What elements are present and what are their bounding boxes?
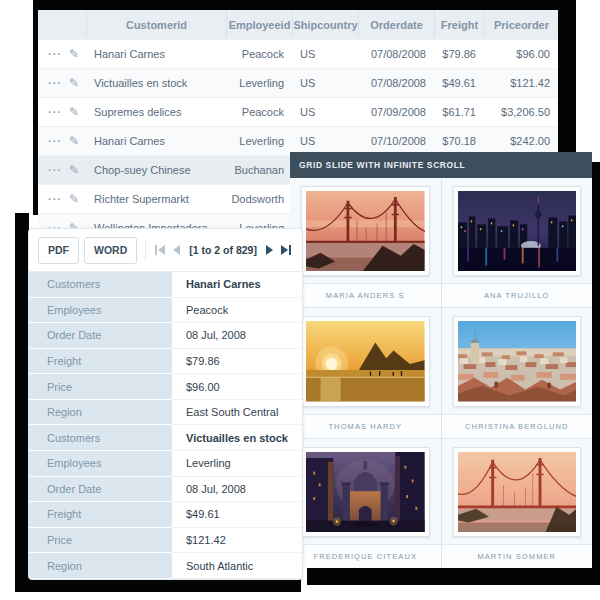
row-menu-icon[interactable]: ··· bbox=[48, 107, 62, 118]
detail-row: Region South Atlantic bbox=[29, 553, 302, 579]
edit-icon[interactable]: ✎ bbox=[69, 48, 79, 60]
field-label: Order Date bbox=[29, 477, 172, 503]
cell-freight: $79.86 bbox=[434, 48, 484, 60]
page-range-label: [1 to 2 of 829] bbox=[189, 244, 257, 256]
cell-price: $242.00 bbox=[484, 135, 558, 147]
cell-freight: $49.61 bbox=[434, 77, 484, 89]
field-value: $121.42 bbox=[172, 528, 302, 554]
field-label: Employees bbox=[29, 451, 172, 477]
row-menu-icon[interactable]: ··· bbox=[48, 194, 62, 205]
cell-country: US bbox=[292, 106, 358, 118]
detail-row: Price $121.42 bbox=[29, 528, 302, 554]
detail-row: Employees Leverling bbox=[29, 451, 302, 477]
cell-price: $96.00 bbox=[484, 48, 558, 60]
field-value: Peacock bbox=[172, 298, 302, 324]
prev-page-icon[interactable] bbox=[171, 244, 183, 257]
cell-price: $3,206.50 bbox=[484, 106, 558, 118]
card-label: MARTIN SOMMER bbox=[442, 544, 593, 568]
card-frederique-citeaux[interactable]: FREDERIQUE CITEAUX bbox=[290, 439, 441, 568]
cell-employee: Peacock bbox=[226, 48, 292, 60]
cell-customer: Hanari Carnes bbox=[86, 48, 226, 60]
card-maria-anders[interactable]: MARIA ANDERS S bbox=[290, 178, 441, 307]
cell-employee: Peacock bbox=[226, 106, 292, 118]
row-menu-icon[interactable]: ··· bbox=[48, 136, 62, 147]
edit-icon[interactable]: ✎ bbox=[69, 193, 79, 205]
first-page-icon[interactable] bbox=[155, 244, 167, 257]
cell-employee: Leverling bbox=[226, 135, 292, 147]
column-header-customerid[interactable]: Customerid bbox=[86, 10, 226, 39]
table-row[interactable]: ··· ✎ Supremes delices Peacock US 07/09/… bbox=[38, 97, 558, 126]
field-label: Employees bbox=[29, 298, 172, 324]
detail-row: Freight $49.61 bbox=[29, 502, 302, 528]
city-rooftops-photo bbox=[453, 316, 582, 406]
detail-drop-shadow bbox=[15, 213, 29, 592]
word-export-button[interactable]: WORD bbox=[84, 237, 137, 264]
card-christina-berglund[interactable]: CHRISTINA BERGLUND bbox=[442, 308, 593, 437]
next-page-icon[interactable] bbox=[264, 244, 276, 257]
field-label: Freight bbox=[29, 502, 172, 528]
table-row[interactable]: ··· ✎ Hanari Carnes Leverling US 07/10/2… bbox=[38, 126, 558, 155]
field-label: Price bbox=[29, 528, 172, 554]
field-label: Price bbox=[29, 374, 172, 400]
grid-slide-panel: GRID SLIDE WITH INFINITE SCROLL bbox=[290, 152, 592, 568]
detail-row: Freight $79.86 bbox=[29, 349, 302, 375]
detail-drop-shadow bbox=[15, 578, 301, 592]
row-menu-icon[interactable]: ··· bbox=[48, 78, 62, 89]
row-menu-icon[interactable]: ··· bbox=[48, 49, 62, 60]
detail-row: Region East South Central bbox=[29, 400, 302, 426]
detail-row: Customers Hanari Carnes bbox=[29, 272, 302, 298]
edit-icon[interactable]: ✎ bbox=[69, 77, 79, 89]
detail-rows: Customers Hanari Carnes Employees Peacoc… bbox=[29, 271, 302, 579]
field-value: $79.86 bbox=[172, 349, 302, 375]
golden-gate-bridge-photo bbox=[453, 447, 582, 537]
field-value: Victuailles en stock bbox=[172, 425, 302, 451]
row-menu-icon[interactable]: ··· bbox=[48, 165, 62, 176]
card-martin-sommer[interactable]: MARTIN SOMMER bbox=[442, 439, 593, 568]
column-header-freight[interactable]: Freight bbox=[434, 10, 484, 39]
card-thomas-hardy[interactable]: THOMAS HARDY bbox=[290, 308, 441, 437]
cell-customer: Supremes delices bbox=[86, 106, 226, 118]
toolbar-divider bbox=[145, 239, 146, 261]
field-value: 08 Jul, 2008 bbox=[172, 477, 302, 503]
column-header-orderdate[interactable]: Orderdate bbox=[358, 10, 434, 39]
cell-customer: Chop-suey Chinese bbox=[86, 164, 226, 176]
card-label: ANA TRUJILLO bbox=[442, 283, 593, 307]
grid-slide-title: GRID SLIDE WITH INFINITE SCROLL bbox=[290, 152, 592, 178]
pdf-export-button[interactable]: PDF bbox=[38, 237, 79, 264]
field-label: Customers bbox=[29, 425, 172, 451]
cell-freight: $70.18 bbox=[434, 135, 484, 147]
cell-customer: Hanari Carnes bbox=[86, 135, 226, 147]
cell-employee: Leverling bbox=[226, 77, 292, 89]
column-header-tools bbox=[38, 10, 86, 39]
cell-date: 07/09/2008 bbox=[358, 106, 434, 118]
detail-row: Order Date 08 Jul, 2008 bbox=[29, 323, 302, 349]
last-page-icon[interactable] bbox=[279, 244, 291, 257]
page: Customerid Employeeid Shipcountry Orderd… bbox=[0, 0, 600, 600]
edit-icon[interactable]: ✎ bbox=[69, 164, 79, 176]
table-row[interactable]: ··· ✎ Victuailles en stock Leverling US … bbox=[38, 68, 558, 97]
table-row[interactable]: ··· ✎ Hanari Carnes Peacock US 07/08/200… bbox=[38, 39, 558, 68]
field-label: Customers bbox=[29, 272, 172, 298]
field-value: South Atlantic bbox=[172, 553, 302, 579]
edit-icon[interactable]: ✎ bbox=[69, 135, 79, 147]
cell-customer: Victuailles en stock bbox=[86, 77, 226, 89]
cell-country: US bbox=[292, 135, 358, 147]
detail-row: Customers Victuailles en stock bbox=[29, 425, 302, 451]
card-ana-trujillo[interactable]: ANA TRUJILLO bbox=[442, 178, 593, 307]
field-value: Hanari Carnes bbox=[172, 272, 302, 298]
column-header-employeeid[interactable]: Employeeid bbox=[226, 10, 292, 39]
detail-row: Order Date 08 Jul, 2008 bbox=[29, 477, 302, 503]
field-value: $49.61 bbox=[172, 502, 302, 528]
field-label: Freight bbox=[29, 349, 172, 375]
field-value: $96.00 bbox=[172, 374, 302, 400]
field-label: Region bbox=[29, 553, 172, 579]
detail-toolbar: PDF WORD [1 to 2 of 829] bbox=[29, 229, 302, 271]
basilica-dusk-photo bbox=[301, 447, 430, 537]
card-label: THOMAS HARDY bbox=[290, 414, 441, 438]
column-header-priceorder[interactable]: Priceorder bbox=[484, 10, 558, 39]
cell-employee: Dodsworth bbox=[226, 193, 292, 205]
cell-date: 07/10/2008 bbox=[358, 135, 434, 147]
edit-icon[interactable]: ✎ bbox=[69, 106, 79, 118]
column-header-shipcountry[interactable]: Shipcountry bbox=[292, 10, 358, 39]
golden-gate-sunset-photo bbox=[301, 186, 430, 276]
